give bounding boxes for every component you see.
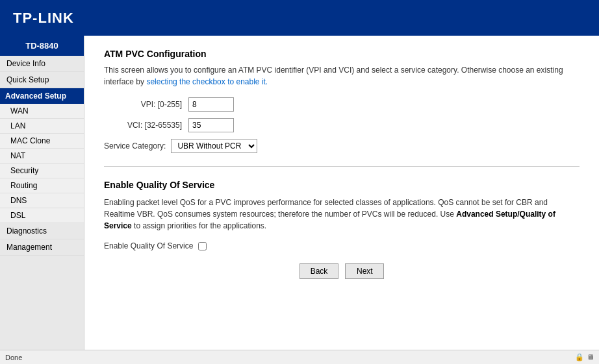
qos-checkbox[interactable] xyxy=(198,242,207,250)
qos-section: Enable Quality Of Service Enabling packe… xyxy=(104,180,580,250)
section-divider xyxy=(104,166,580,167)
qos-desc: Enabling packet level QoS for a PVC impr… xyxy=(104,197,580,232)
service-select[interactable]: UBR Without PCR UBR With PCR CBR Non Rea… xyxy=(171,139,257,153)
qos-desc-text2: to assign priorities for the application… xyxy=(134,221,266,230)
button-row: Back Next xyxy=(104,263,580,279)
header: TP-LINK xyxy=(0,0,599,36)
logo: TP-LINK xyxy=(13,10,74,27)
lock-icon: 🔒 xyxy=(575,353,584,361)
vpi-label: VPI: [0-255] xyxy=(104,100,188,109)
qos-checkbox-label: Enable Quality Of Service xyxy=(104,241,193,250)
sidebar-item-dsl[interactable]: DSL xyxy=(0,208,84,223)
sidebar-item-quick-setup[interactable]: Quick Setup xyxy=(0,72,84,88)
sidebar-item-device-info[interactable]: Device Info xyxy=(0,56,84,72)
service-category-row: Service Category: UBR Without PCR UBR Wi… xyxy=(104,139,580,153)
sidebar-item-mac-clone[interactable]: MAC Clone xyxy=(0,134,84,149)
qos-title: Enable Quality Of Service xyxy=(104,180,580,190)
qos-checkbox-row: Enable Quality Of Service xyxy=(104,241,580,250)
sidebar-item-diagnostics[interactable]: Diagnostics xyxy=(0,223,84,239)
main-content: ATM PVC Configuration This screen allows… xyxy=(84,36,599,350)
vci-label: VCI: [32-65535] xyxy=(104,121,188,130)
sidebar: TD-8840 Device Info Quick Setup Advanced… xyxy=(0,36,84,350)
back-button[interactable]: Back xyxy=(300,263,339,279)
sidebar-section-advanced[interactable]: Advanced Setup xyxy=(0,88,84,104)
status-text: Done xyxy=(5,354,22,361)
sidebar-item-management[interactable]: Management xyxy=(0,239,84,256)
network-icon: 🖥 xyxy=(587,353,594,361)
service-label: Service Category: xyxy=(104,141,166,151)
atm-desc-link: selecting the checkbox to enable it. xyxy=(146,77,268,86)
next-button[interactable]: Next xyxy=(345,263,384,279)
vpi-input[interactable] xyxy=(188,97,234,112)
sidebar-item-dns[interactable]: DNS xyxy=(0,193,84,208)
sidebar-item-lan[interactable]: LAN xyxy=(0,119,84,134)
sidebar-item-nat[interactable]: NAT xyxy=(0,149,84,164)
atm-title: ATM PVC Configuration xyxy=(104,49,580,59)
sidebar-item-wan[interactable]: WAN xyxy=(0,104,84,119)
vci-input[interactable] xyxy=(188,118,234,132)
atm-desc: This screen allows you to configure an A… xyxy=(104,64,580,88)
vci-row: VCI: [32-65535] xyxy=(104,118,580,132)
vpi-row: VPI: [0-255] xyxy=(104,97,580,112)
device-title: TD-8840 xyxy=(0,36,84,56)
statusbar: Done 🔒 🖥 xyxy=(0,350,599,364)
sidebar-item-routing[interactable]: Routing xyxy=(0,178,84,193)
atm-section: ATM PVC Configuration This screen allows… xyxy=(104,49,580,153)
layout: TD-8840 Device Info Quick Setup Advanced… xyxy=(0,36,599,350)
status-icons: 🔒 🖥 xyxy=(575,353,594,361)
sidebar-item-security[interactable]: Security xyxy=(0,164,84,178)
